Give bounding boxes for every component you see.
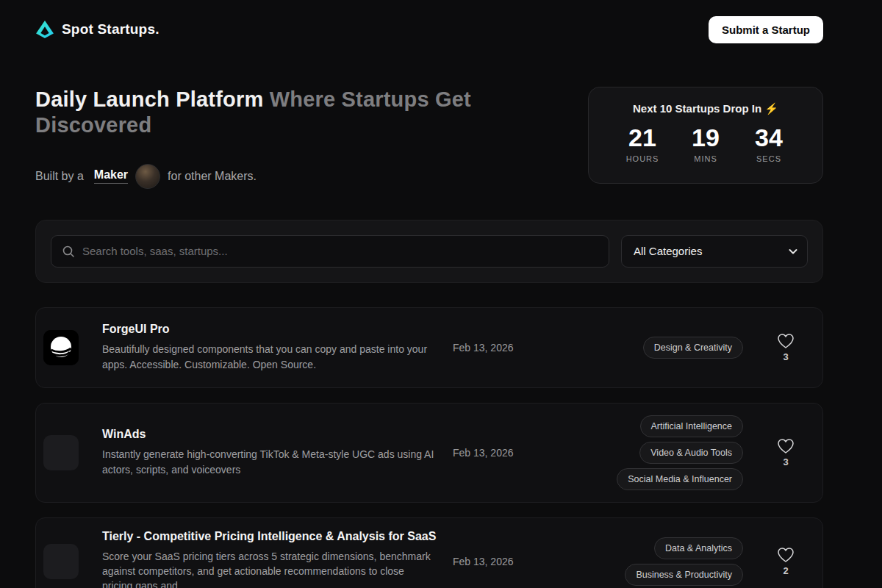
startup-name: WinAds	[102, 428, 437, 441]
like-count: 3	[783, 456, 788, 467]
category-tag[interactable]: Design & Creativity	[643, 337, 743, 359]
startup-logo	[43, 544, 79, 579]
startup-description: Beautifully designed components that you…	[102, 342, 437, 372]
startup-tags: Artificial IntelligenceVideo & Audio Too…	[514, 415, 743, 490]
countdown-mins-label: MINS	[686, 154, 725, 163]
startup-info: Tierly - Competitive Pricing Intelligenc…	[102, 530, 437, 588]
top-navigation: Spot Startups. Submit a Startup	[35, 0, 823, 44]
countdown-secs-value: 34	[750, 124, 788, 151]
countdown-units: 21 HOURS 19 MINS 34 SECS	[600, 124, 811, 163]
startup-info: WinAds Instantly generate high-convertin…	[102, 428, 437, 477]
startup-tags: Design & Creativity	[514, 337, 743, 359]
like-count: 3	[783, 351, 788, 362]
like-count: 2	[783, 565, 788, 576]
category-tag[interactable]: Video & Audio Tools	[639, 442, 743, 464]
category-select-wrap: All Categories	[621, 235, 808, 268]
category-select[interactable]: All Categories	[621, 235, 808, 268]
category-tag[interactable]: Business & Productivity	[625, 564, 743, 586]
countdown-secs-label: SECS	[750, 154, 788, 163]
category-tag[interactable]: Artificial Intelligence	[640, 415, 743, 437]
countdown-mins-value: 19	[686, 124, 725, 151]
like-button[interactable]: 2	[765, 547, 806, 576]
countdown-secs: 34 SECS	[750, 124, 788, 163]
search-input[interactable]	[82, 245, 598, 257]
countdown-title: Next 10 Startups Drop In ⚡	[600, 102, 811, 115]
search-icon	[62, 245, 75, 258]
heart-icon	[777, 333, 795, 349]
startup-info: ForgeUI Pro Beautifully designed compone…	[102, 323, 437, 372]
startup-list: ForgeUI Pro Beautifully designed compone…	[35, 307, 823, 588]
search-box[interactable]	[51, 235, 609, 268]
submit-startup-button[interactable]: Submit a Startup	[709, 16, 823, 43]
startup-logo	[43, 435, 79, 470]
lightning-bolt-icon: ⚡	[764, 102, 778, 115]
startup-logo	[43, 330, 79, 365]
maker-avatar	[135, 164, 160, 189]
brand-name: Spot Startups.	[62, 21, 159, 37]
like-button[interactable]: 3	[765, 333, 806, 362]
like-button[interactable]: 3	[765, 438, 806, 467]
countdown-hours-value: 21	[623, 124, 662, 151]
startup-description: Instantly generate high-converting TikTo…	[102, 447, 437, 477]
startup-name: ForgeUI Pro	[102, 323, 437, 336]
startup-description: Score your SaaS pricing tiers across 5 s…	[102, 549, 437, 588]
countdown-card: Next 10 Startups Drop In ⚡ 21 HOURS 19 M…	[588, 87, 823, 184]
brand-logo[interactable]: Spot Startups.	[35, 20, 159, 39]
countdown-hours: 21 HOURS	[623, 124, 662, 163]
heart-icon	[777, 547, 795, 563]
sphere-logo-icon	[43, 330, 79, 365]
page-title: Daily Launch Platform Where Startups Get…	[35, 87, 491, 139]
byline: Built by a Maker for other Makers.	[35, 164, 491, 189]
startup-card[interactable]: WinAds Instantly generate high-convertin…	[35, 403, 823, 503]
page-title-primary: Daily Launch Platform	[35, 87, 270, 111]
hero-left: Daily Launch Platform Where Startups Get…	[35, 87, 491, 189]
hero-section: Daily Launch Platform Where Startups Get…	[35, 87, 823, 189]
filter-panel: All Categories	[35, 220, 823, 283]
countdown-mins: 19 MINS	[686, 124, 725, 163]
countdown-hours-label: HOURS	[623, 154, 662, 163]
startup-card[interactable]: Tierly - Competitive Pricing Intelligenc…	[35, 517, 823, 588]
byline-suffix: for other Makers.	[168, 170, 257, 183]
startup-date: Feb 13, 2026	[453, 447, 514, 459]
startup-tags: Data & AnalyticsBusiness & Productivity	[514, 537, 743, 586]
startup-card[interactable]: ForgeUI Pro Beautifully designed compone…	[35, 307, 823, 388]
startup-date: Feb 13, 2026	[453, 342, 514, 354]
diamond-spark-icon	[35, 20, 54, 39]
category-tag[interactable]: Data & Analytics	[654, 537, 743, 559]
heart-icon	[777, 438, 795, 454]
byline-prefix: Built by a	[35, 170, 84, 183]
maker-link[interactable]: Maker	[94, 168, 128, 184]
category-tag[interactable]: Social Media & Influencer	[617, 468, 743, 490]
page-container: Spot Startups. Submit a Startup Daily La…	[35, 0, 823, 588]
startup-date: Feb 13, 2026	[453, 556, 514, 567]
startup-name: Tierly - Competitive Pricing Intelligenc…	[102, 530, 437, 543]
countdown-title-text: Next 10 Startups Drop In	[633, 102, 761, 115]
